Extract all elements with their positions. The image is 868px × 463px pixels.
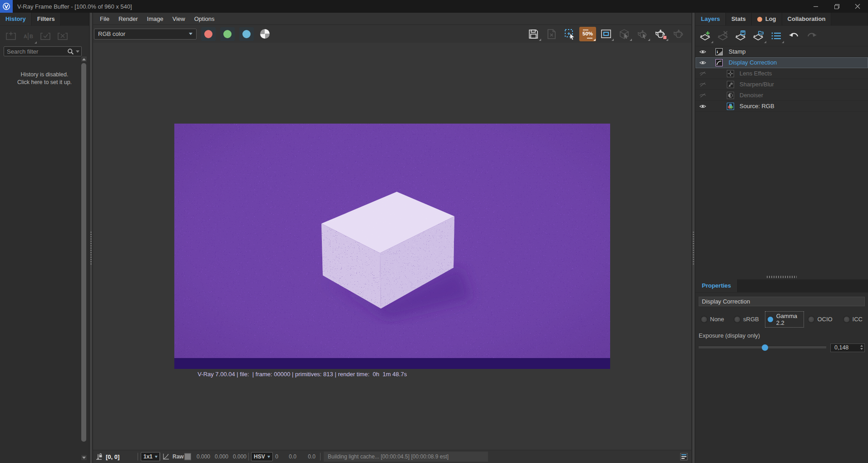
render-last-button[interactable] — [634, 27, 651, 41]
rendered-image[interactable]: V-Ray 7.00.04 | file: | frame: 00000 | p… — [174, 124, 610, 369]
exposure-value-spinbox[interactable]: 0,148 — [830, 344, 865, 352]
add-layer-button[interactable] — [697, 28, 714, 44]
history-remove-button[interactable] — [55, 30, 69, 43]
channel-selector[interactable]: RGB color — [94, 29, 197, 40]
load-layers-dropdown-icon — [764, 41, 766, 43]
radio-srgb[interactable]: sRGB — [732, 314, 761, 324]
search-input[interactable] — [7, 48, 67, 55]
tab-layers[interactable]: Layers — [695, 13, 726, 25]
color-mode-dropdown[interactable]: HSV — [251, 452, 273, 461]
zoom-scale-button[interactable]: 50% — [579, 27, 596, 41]
menu-render[interactable]: Render — [114, 15, 143, 22]
layer-row-denoiser[interactable]: Denoiser — [695, 90, 868, 101]
visibility-eye-icon[interactable] — [699, 48, 706, 55]
radio-ocio-dot-icon — [808, 316, 814, 323]
layer-row-stamp[interactable]: i Stamp — [695, 46, 868, 57]
tab-collaboration[interactable]: Collaboration — [782, 13, 832, 25]
interactive-render-button[interactable] — [652, 27, 669, 41]
sampled-color-swatch — [184, 453, 191, 460]
spin-up-icon[interactable] — [860, 345, 863, 347]
radio-none[interactable]: None — [699, 314, 726, 324]
save-image-button[interactable] — [525, 27, 542, 41]
load-layers-button[interactable] — [750, 28, 767, 44]
visibility-eye-off-icon[interactable] — [699, 70, 706, 77]
alpha-channel-button[interactable] — [260, 29, 270, 39]
radio-gamma-22[interactable]: Gamma 2.2 — [765, 311, 804, 328]
history-apply-button[interactable] — [38, 30, 52, 43]
denoiser-layer-icon — [727, 92, 734, 99]
spin-down-icon[interactable] — [860, 348, 863, 350]
save-layers-button[interactable] — [732, 28, 750, 44]
close-button[interactable] — [847, 0, 868, 13]
green-channel-button[interactable] — [220, 27, 235, 41]
scrollbar-down-button[interactable] — [81, 454, 87, 461]
visibility-eye-icon[interactable] — [699, 59, 706, 66]
visibility-eye-off-icon[interactable] — [699, 81, 706, 88]
history-compare-ab-button[interactable]: A B — [21, 30, 35, 43]
tab-history[interactable]: History — [0, 13, 32, 25]
hsv-value-s: 0.0 — [282, 453, 296, 460]
green-channel-icon — [223, 30, 232, 38]
spinbox-arrows[interactable] — [860, 345, 863, 350]
red-channel-button[interactable] — [201, 27, 216, 41]
tab-log[interactable]: Log — [752, 13, 782, 25]
raw-value-r: 0.000 — [191, 453, 210, 460]
tab-properties-label: Properties — [702, 282, 731, 289]
render-stamp-bar: V-Ray 7.00.04 | file: | frame: 00000 | p… — [174, 358, 610, 369]
pixel-probe-lock-icon[interactable] — [96, 453, 104, 461]
clear-image-button[interactable] — [543, 27, 560, 41]
crop-region-button[interactable] — [597, 27, 614, 41]
pixel-aspect-dropdown[interactable]: 1x1 — [141, 452, 160, 461]
window-title: V-Ray Frame Buffer - [100.0% of 960 x 54… — [17, 3, 132, 10]
tab-filters[interactable]: Filters — [32, 13, 61, 25]
menu-image[interactable]: Image — [143, 15, 168, 22]
raw-label: Raw — [173, 453, 184, 460]
start-render-button[interactable] — [670, 27, 687, 41]
tab-stats[interactable]: Stats — [726, 13, 752, 25]
redo-button[interactable] — [803, 28, 820, 44]
minimize-button[interactable] — [805, 0, 826, 13]
layer-list-view-button[interactable] — [768, 28, 785, 44]
blue-channel-button[interactable] — [239, 27, 254, 41]
exposure-slider[interactable] — [699, 344, 826, 351]
search-options-dropdown-icon[interactable] — [76, 50, 79, 53]
history-save-button[interactable] — [4, 30, 18, 43]
history-scrollbar[interactable] — [81, 56, 87, 461]
visibility-eye-off-icon[interactable] — [699, 92, 706, 99]
radio-ocio[interactable]: OCIO — [806, 314, 834, 324]
isolate-object-button[interactable] — [616, 27, 632, 41]
history-disabled-message[interactable]: History is disabled. Click here to set i… — [0, 71, 89, 86]
delete-layer-button[interactable] — [715, 28, 732, 44]
layer-row-display-correction[interactable]: Display Correction — [695, 57, 868, 68]
properties-splitter[interactable] — [695, 274, 868, 279]
layer-name: Sharpen/Blur — [740, 79, 774, 90]
right-splitter[interactable] — [691, 13, 695, 463]
menu-view[interactable]: View — [168, 15, 190, 22]
menu-options[interactable]: Options — [190, 15, 219, 22]
menu-file[interactable]: File — [95, 15, 114, 22]
layer-row-source-rgb[interactable]: Source: RGB — [695, 101, 868, 112]
viewport: V-Ray 7.00.04 | file: | frame: 00000 | p… — [93, 43, 691, 450]
history-disabled-line1: History is disabled. — [0, 71, 89, 79]
properties-splitter-grip-icon — [767, 276, 797, 278]
layer-row-lens-effects[interactable]: Lens Effects — [695, 68, 868, 79]
scrollbar-up-button[interactable] — [81, 56, 87, 62]
radio-srgb-label: sRGB — [743, 316, 759, 323]
layer-name: Stamp — [729, 46, 746, 57]
radio-icc[interactable]: ICC — [841, 314, 865, 324]
properties-header: Properties — [695, 279, 868, 293]
region-render-button[interactable] — [561, 27, 578, 41]
scrollbar-thumb[interactable] — [81, 63, 86, 442]
left-splitter[interactable] — [89, 13, 93, 463]
exposure-slider-handle[interactable] — [762, 344, 768, 351]
interactive-render-dropdown-icon — [666, 39, 668, 41]
restore-button[interactable] — [826, 0, 847, 13]
visibility-eye-icon[interactable] — [699, 103, 706, 110]
main-area: File Render Image View Options RGB color — [93, 13, 691, 463]
undo-button[interactable] — [785, 28, 803, 44]
log-lines-icon[interactable] — [680, 453, 688, 461]
layer-row-sharpen-blur[interactable]: Sharpen/Blur — [695, 79, 868, 90]
svg-text:A: A — [24, 34, 27, 39]
tab-properties[interactable]: Properties — [695, 279, 738, 292]
history-disabled-line2[interactable]: Click here to set it up. — [0, 79, 89, 86]
